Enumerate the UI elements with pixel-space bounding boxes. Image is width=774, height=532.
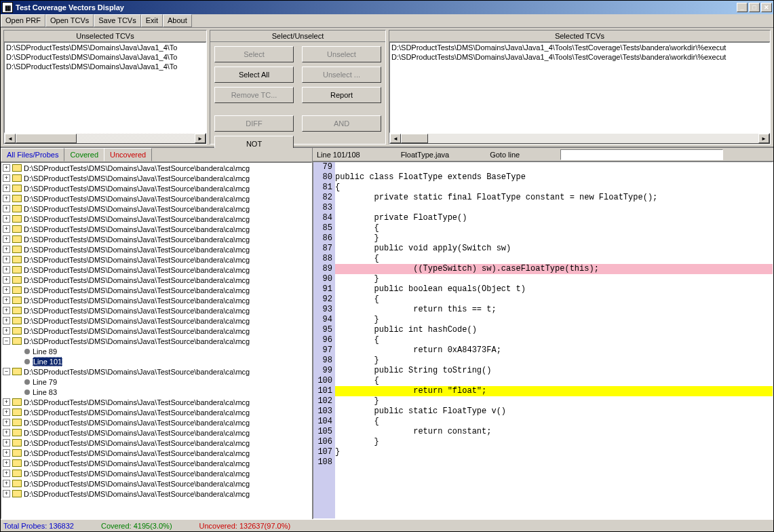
minimize-button[interactable]: _: [737, 3, 748, 12]
tree-row[interactable]: +D:\SDProductTests\DMS\Domains\Java\Test…: [1, 214, 311, 224]
report-button[interactable]: Report: [302, 87, 381, 103]
collapse-icon[interactable]: −: [3, 337, 10, 345]
tree-row[interactable]: +D:\SDProductTests\DMS\Domains\Java\Test…: [1, 468, 311, 478]
tree-row[interactable]: +D:\SDProductTests\DMS\Domains\Java\Test…: [1, 295, 311, 305]
expand-icon[interactable]: +: [3, 459, 10, 467]
tree-row[interactable]: +D:\SDProductTests\DMS\Domains\Java\Test…: [1, 265, 311, 275]
expand-icon[interactable]: +: [3, 307, 10, 314]
menu-open-tcvs[interactable]: Open TCVs: [45, 14, 94, 27]
expand-icon[interactable]: +: [3, 195, 10, 202]
expand-icon[interactable]: +: [3, 246, 10, 253]
line-number: 80: [313, 172, 332, 183]
line-number: 92: [313, 294, 332, 305]
scroll-thumb[interactable]: [401, 134, 428, 143]
scroll-left-icon[interactable]: ◄: [390, 134, 401, 143]
tree-row[interactable]: +D:\SDProductTests\DMS\Domains\Java\Test…: [1, 244, 311, 254]
hscrollbar[interactable]: ◄ ►: [389, 133, 770, 144]
tree-row[interactable]: +D:\SDProductTests\DMS\Domains\Java\Test…: [1, 478, 311, 489]
tree-row[interactable]: +D:\SDProductTests\DMS\Domains\Java\Test…: [1, 428, 311, 438]
expand-icon[interactable]: +: [3, 327, 10, 335]
select-button: Select: [214, 46, 294, 62]
tree-row[interactable]: +D:\SDProductTests\DMS\Domains\Java\Test…: [1, 397, 311, 407]
menu-about[interactable]: About: [163, 14, 192, 27]
line-number: 102: [313, 396, 332, 406]
tree-row[interactable]: +D:\SDProductTests\DMS\Domains\Java\Test…: [1, 234, 311, 244]
tree-row[interactable]: +D:\SDProductTests\DMS\Domains\Java\Test…: [1, 204, 311, 214]
tab-covered[interactable]: Covered: [64, 148, 104, 162]
tree-row[interactable]: +D:\SDProductTests\DMS\Domains\Java\Test…: [1, 305, 311, 316]
tree-row[interactable]: Line 83: [1, 387, 311, 397]
tree-row[interactable]: −D:\SDProductTests\DMS\Domains\Java\Test…: [1, 366, 311, 377]
expand-icon[interactable]: +: [3, 398, 10, 406]
scroll-left-icon[interactable]: ◄: [5, 134, 16, 143]
tab-uncovered[interactable]: Uncovered: [104, 148, 152, 162]
tree-row[interactable]: +D:\SDProductTests\DMS\Domains\Java\Test…: [1, 407, 311, 417]
collapse-icon[interactable]: −: [3, 368, 10, 375]
tree-row[interactable]: +D:\SDProductTests\DMS\Domains\Java\Test…: [1, 489, 311, 499]
tree-row[interactable]: +D:\SDProductTests\DMS\Domains\Java\Test…: [1, 183, 311, 193]
unselected-listbox[interactable]: D:\SDProductTests\DMS\Domains\Java\Java1…: [4, 42, 206, 133]
tree-row[interactable]: +D:\SDProductTests\DMS\Domains\Java\Test…: [1, 254, 311, 265]
expand-icon[interactable]: +: [3, 429, 10, 436]
expand-icon[interactable]: +: [3, 297, 10, 304]
expand-icon[interactable]: +: [3, 205, 10, 212]
tab-all-files-probes[interactable]: All Files/Probes: [1, 148, 64, 162]
expand-icon[interactable]: +: [3, 174, 10, 182]
tree-label: Line 79: [33, 378, 57, 386]
expand-icon[interactable]: +: [3, 408, 10, 416]
expand-icon[interactable]: +: [3, 225, 10, 233]
scroll-right-icon[interactable]: ►: [758, 134, 769, 143]
line-number: 89: [313, 264, 332, 274]
tree-row[interactable]: −D:\SDProductTests\DMS\Domains\Java\Test…: [1, 336, 311, 346]
tree-row[interactable]: +D:\SDProductTests\DMS\Domains\Java\Test…: [1, 193, 311, 204]
menu-open-prf[interactable]: Open PRF: [1, 14, 45, 27]
expand-icon[interactable]: +: [3, 185, 10, 192]
list-item[interactable]: D:\SDProductTests\DMS\Domains\Java\Java1…: [390, 52, 769, 62]
expand-icon[interactable]: +: [3, 470, 10, 477]
tree-row[interactable]: +D:\SDProductTests\DMS\Domains\Java\Test…: [1, 285, 311, 295]
expand-icon[interactable]: +: [3, 490, 10, 497]
tree-row[interactable]: +D:\SDProductTests\DMS\Domains\Java\Test…: [1, 326, 311, 336]
tree-row[interactable]: +D:\SDProductTests\DMS\Domains\Java\Test…: [1, 417, 311, 428]
expand-icon[interactable]: +: [3, 286, 10, 294]
scroll-thumb[interactable]: [16, 134, 77, 143]
tree-row[interactable]: +D:\SDProductTests\DMS\Domains\Java\Test…: [1, 438, 311, 448]
list-item[interactable]: D:\SDProductTests\DMS\Domains\Java\Java1…: [390, 43, 769, 52]
expand-icon[interactable]: +: [3, 235, 10, 243]
expand-icon[interactable]: +: [3, 266, 10, 273]
list-item[interactable]: D:\SDProductTests\DMS\Domains\Java\Java1…: [5, 62, 206, 71]
expand-icon[interactable]: +: [3, 164, 10, 172]
tree-row[interactable]: +D:\SDProductTests\DMS\Domains\Java\Test…: [1, 163, 311, 173]
file-tree[interactable]: +D:\SDProductTests\DMS\Domains\Java\Test…: [1, 162, 312, 519]
tree-row[interactable]: Line 101: [1, 356, 311, 366]
expand-icon[interactable]: +: [3, 439, 10, 446]
hscrollbar[interactable]: ◄ ►: [4, 133, 206, 144]
expand-icon[interactable]: +: [3, 215, 10, 223]
expand-icon[interactable]: +: [3, 480, 10, 487]
scroll-right-icon[interactable]: ►: [195, 134, 206, 143]
code-viewer[interactable]: 7980818283848586878889909192939495969798…: [313, 162, 773, 519]
tree-row[interactable]: +D:\SDProductTests\DMS\Domains\Java\Test…: [1, 173, 311, 183]
expand-icon[interactable]: +: [3, 276, 10, 284]
expand-icon[interactable]: +: [3, 317, 10, 324]
tree-row[interactable]: +D:\SDProductTests\DMS\Domains\Java\Test…: [1, 458, 311, 468]
menu-save-tcvs[interactable]: Save TCVs: [94, 14, 140, 27]
tree-row[interactable]: +D:\SDProductTests\DMS\Domains\Java\Test…: [1, 316, 311, 326]
expand-icon[interactable]: +: [3, 256, 10, 263]
tree-row[interactable]: +D:\SDProductTests\DMS\Domains\Java\Test…: [1, 448, 311, 458]
tree-row[interactable]: +D:\SDProductTests\DMS\Domains\Java\Test…: [1, 275, 311, 285]
list-item[interactable]: D:\SDProductTests\DMS\Domains\Java\Java1…: [5, 43, 206, 52]
tree-row[interactable]: Line 89: [1, 346, 311, 356]
menu-exit[interactable]: Exit: [141, 14, 163, 27]
tree-label: D:\SDProductTests\DMS\Domains\Java\TestS…: [24, 307, 250, 315]
list-item[interactable]: D:\SDProductTests\DMS\Domains\Java\Java1…: [5, 52, 206, 62]
selected-listbox[interactable]: D:\SDProductTests\DMS\Domains\Java\Java1…: [389, 42, 770, 133]
expand-icon[interactable]: +: [3, 419, 10, 426]
close-button[interactable]: ✕: [761, 3, 772, 12]
tree-row[interactable]: Line 79: [1, 377, 311, 387]
goto-line-input[interactable]: [560, 149, 723, 160]
tree-row[interactable]: +D:\SDProductTests\DMS\Domains\Java\Test…: [1, 224, 311, 234]
select-all-button[interactable]: Select All: [214, 66, 294, 83]
expand-icon[interactable]: +: [3, 449, 10, 457]
maximize-button[interactable]: □: [749, 3, 760, 12]
